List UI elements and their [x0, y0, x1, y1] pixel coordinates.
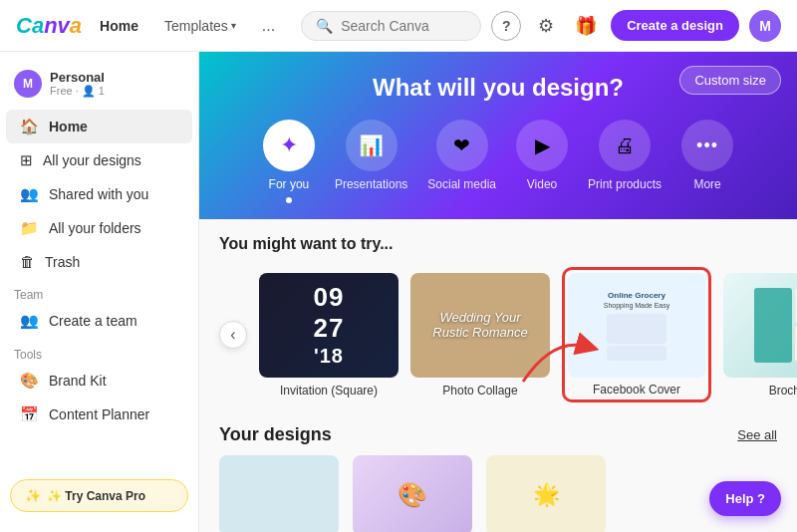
main-layout: M Personal Free · 👤 1 🏠 Home ⊞ All your … — [0, 52, 797, 532]
card-invitation[interactable]: 09 27 '18 Invitation (Square) — [259, 273, 398, 398]
hero-icons-row: ✦ For you 📊 Presentations ❤ Social media… — [263, 120, 733, 203]
design-card-2[interactable]: 🎨 — [353, 455, 472, 532]
invitation-thumbnail: 09 27 '18 — [259, 273, 398, 378]
content-planner-icon: 📅 — [20, 405, 39, 423]
hero-icon-more[interactable]: ••• More — [681, 120, 733, 191]
prev-arrow-button[interactable]: ‹ — [219, 321, 247, 349]
social-media-label: Social media — [427, 177, 496, 191]
print-label: Print products — [588, 177, 662, 191]
templates-nav-button[interactable]: Templates ▾ — [156, 12, 244, 40]
active-indicator — [286, 197, 292, 203]
hero-banner: Custom size What will you design? ✦ For … — [199, 52, 797, 219]
presentations-circle: 📊 — [346, 120, 398, 171]
help-button[interactable]: Help ? — [709, 481, 781, 516]
tools-section-label: Tools — [0, 338, 198, 364]
header-icons: ? ⚙ 🎁 Create a design M — [491, 10, 781, 42]
brochure-label: Brochure — [723, 384, 797, 398]
for-you-label: For you — [269, 177, 310, 191]
invitation-label: Invitation (Square) — [259, 384, 398, 398]
help-icon-button[interactable]: ? — [491, 11, 521, 41]
sidebar-item-brand-kit[interactable]: 🎨 Brand Kit — [6, 364, 192, 398]
team-section-label: Team — [0, 278, 198, 304]
home-nav-button[interactable]: Home — [92, 12, 146, 40]
trash-icon: 🗑 — [20, 253, 35, 270]
team-icon: 👥 — [20, 312, 39, 330]
create-design-button[interactable]: Create a design — [611, 10, 739, 41]
sidebar-item-all-designs[interactable]: ⊞ All your designs — [6, 143, 192, 177]
design-card-3[interactable]: 🌟 — [486, 455, 606, 532]
your-designs-section: Your designs See all 🎨 🌟 — [199, 410, 797, 532]
star-icon: ✨ — [25, 488, 41, 503]
hero-icon-video[interactable]: ▶ Video — [516, 120, 568, 191]
video-circle: ▶ — [516, 120, 568, 171]
user-plan: Free · 👤 1 — [50, 85, 105, 98]
user-avatar: M — [14, 70, 42, 98]
custom-size-button[interactable]: Custom size — [679, 66, 781, 95]
content-area: Custom size What will you design? ✦ For … — [199, 52, 797, 532]
cards-row: ‹ 09 27 '18 Invitation (Square) Wedding … — [219, 267, 777, 402]
sidebar-item-content-planner[interactable]: 📅 Content Planner — [6, 398, 192, 431]
hero-icon-for-you[interactable]: ✦ For you — [263, 120, 315, 203]
sidebar-item-create-team[interactable]: 👥 Create a team — [6, 304, 192, 338]
folder-icon: 📁 — [20, 219, 39, 237]
search-input[interactable] — [341, 18, 466, 34]
try-canva-pro-button[interactable]: ✨ ✨ Try Canva Pro — [10, 479, 188, 512]
sidebar: M Personal Free · 👤 1 🏠 Home ⊞ All your … — [0, 52, 199, 532]
hero-icon-presentations[interactable]: 📊 Presentations — [335, 120, 407, 191]
video-label: Video — [527, 177, 557, 191]
for-you-circle: ✦ — [263, 120, 315, 171]
sidebar-item-shared[interactable]: 👥 Shared with you — [6, 177, 192, 211]
home-icon: 🏠 — [20, 118, 39, 135]
search-icon: 🔍 — [316, 18, 333, 34]
user-name: Personal — [50, 70, 105, 85]
brochure-thumbnail: ❤ Health — [723, 273, 797, 378]
see-all-link[interactable]: See all — [737, 427, 777, 442]
card-brochure[interactable]: ❤ Health Brochure — [723, 273, 797, 398]
designs-row: 🎨 🌟 — [199, 455, 797, 532]
presentations-label: Presentations — [335, 177, 407, 191]
try-section: You might want to try... ‹ 09 27 '18 Inv… — [199, 219, 797, 410]
design-card-1[interactable] — [219, 455, 339, 532]
chevron-down-icon: ▾ — [231, 20, 236, 31]
gift-icon-button[interactable]: 🎁 — [571, 11, 601, 41]
user-section: M Personal Free · 👤 1 — [0, 62, 198, 110]
sidebar-item-folders[interactable]: 📁 All your folders — [6, 211, 192, 245]
sidebar-item-home[interactable]: 🏠 Home — [6, 110, 192, 143]
hero-icon-print-products[interactable]: 🖨 Print products — [588, 120, 662, 191]
red-arrow-annotation — [513, 327, 603, 391]
settings-icon-button[interactable]: ⚙ — [531, 11, 561, 41]
more-circle: ••• — [681, 120, 733, 171]
print-circle: 🖨 — [599, 120, 651, 171]
your-designs-header: Your designs See all — [199, 410, 797, 455]
avatar[interactable]: M — [749, 10, 781, 42]
social-media-circle: ❤ — [436, 120, 488, 171]
search-bar: 🔍 — [301, 11, 481, 41]
shared-icon: 👥 — [20, 185, 39, 203]
logo[interactable]: Canva — [16, 13, 82, 39]
hero-icon-social-media[interactable]: ❤ Social media — [427, 120, 496, 191]
more-label: More — [693, 177, 720, 191]
grid-icon: ⊞ — [20, 151, 33, 169]
header: Canva Home Templates ▾ ... 🔍 ? ⚙ 🎁 Creat… — [0, 0, 797, 52]
sidebar-item-trash[interactable]: 🗑 Trash — [6, 245, 192, 278]
more-nav-button[interactable]: ... — [254, 13, 283, 39]
hero-title: What will you design? — [373, 74, 624, 102]
try-section-title: You might want to try... — [219, 235, 777, 253]
your-designs-title: Your designs — [219, 424, 332, 445]
brand-kit-icon: 🎨 — [20, 372, 39, 390]
